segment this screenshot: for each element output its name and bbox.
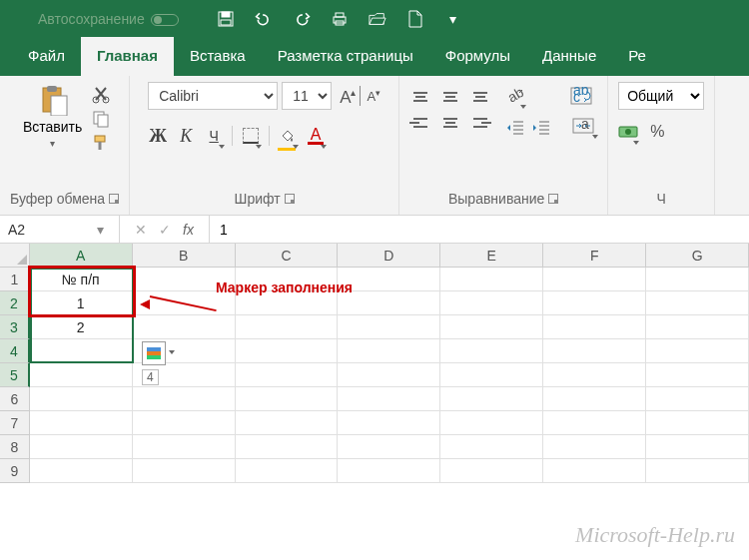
cell[interactable] [236, 339, 339, 363]
row-header[interactable]: 9 [0, 459, 30, 483]
col-header[interactable]: D [338, 244, 440, 268]
enter-icon[interactable]: ✓ [159, 222, 171, 238]
underline-button[interactable]: Ч [204, 126, 224, 146]
orientation-icon[interactable]: ab [505, 86, 525, 106]
clipboard-launcher[interactable] [109, 194, 119, 204]
col-header[interactable]: B [133, 244, 236, 268]
qat-customize-icon[interactable]: ▾ [444, 10, 462, 28]
quick-print-icon[interactable] [331, 10, 349, 28]
cell[interactable] [133, 315, 236, 339]
cell[interactable] [543, 315, 646, 339]
name-box-dropdown-icon[interactable]: ▾ [90, 222, 110, 238]
paste-button[interactable]: Вставить ▾ [19, 82, 86, 151]
row-header[interactable]: 2 [0, 291, 30, 315]
align-center-icon[interactable] [439, 112, 461, 134]
col-header[interactable]: G [646, 244, 749, 268]
font-launcher[interactable] [285, 194, 295, 204]
tab-data[interactable]: Данные [526, 37, 612, 76]
fill-color-button[interactable] [278, 126, 298, 146]
cell[interactable] [543, 291, 646, 315]
font-color-button[interactable]: А [306, 126, 326, 146]
cell[interactable] [133, 459, 236, 483]
decrease-indent-icon[interactable] [505, 118, 525, 138]
align-top-icon[interactable] [409, 86, 431, 108]
row-header[interactable]: 5 [0, 363, 30, 387]
bold-button[interactable]: Ж [148, 126, 168, 146]
col-header[interactable]: A [30, 244, 133, 268]
cell[interactable] [543, 459, 646, 483]
alignment-launcher[interactable] [548, 194, 558, 204]
cell[interactable] [440, 435, 543, 459]
cell[interactable] [30, 363, 133, 387]
number-format-combo[interactable]: Общий [618, 82, 704, 110]
name-box[interactable]: ▾ [0, 216, 120, 243]
decrease-font-icon[interactable]: A▾ [365, 88, 380, 104]
cell[interactable] [543, 387, 646, 411]
cell[interactable] [646, 435, 749, 459]
open-icon[interactable] [369, 10, 386, 28]
format-painter-icon[interactable] [92, 134, 110, 150]
cell[interactable] [440, 387, 543, 411]
tab-review[interactable]: Ре [612, 37, 662, 76]
undo-icon[interactable] [255, 10, 273, 28]
autosave-toggle[interactable] [151, 14, 179, 26]
cell[interactable] [338, 339, 440, 363]
name-box-input[interactable] [0, 222, 90, 238]
cell[interactable] [646, 268, 749, 291]
new-icon[interactable] [406, 10, 424, 28]
cancel-icon[interactable]: ✕ [135, 222, 147, 238]
tab-file[interactable]: Файл [12, 37, 81, 76]
formula-input[interactable] [210, 216, 749, 243]
cell[interactable] [236, 459, 339, 483]
align-bottom-icon[interactable] [469, 86, 491, 108]
cell[interactable] [543, 411, 646, 435]
cell[interactable] [133, 411, 236, 435]
cell[interactable] [133, 435, 236, 459]
tab-home[interactable]: Главная [81, 37, 174, 76]
cell[interactable] [646, 387, 749, 411]
cell[interactable] [338, 315, 440, 339]
cell[interactable] [30, 459, 133, 483]
align-right-icon[interactable] [469, 112, 491, 134]
percent-icon[interactable]: % [650, 123, 664, 141]
cell[interactable] [646, 459, 749, 483]
borders-button[interactable] [241, 126, 261, 146]
fx-icon[interactable]: fx [183, 222, 194, 238]
cell[interactable] [440, 291, 543, 315]
cell[interactable] [646, 291, 749, 315]
tab-formulas[interactable]: Формулы [429, 37, 526, 76]
cell[interactable] [440, 363, 543, 387]
row-header[interactable]: 3 [0, 315, 30, 339]
cell[interactable] [236, 363, 339, 387]
cell[interactable] [236, 315, 339, 339]
col-header[interactable]: F [543, 244, 646, 268]
cut-icon[interactable] [92, 86, 110, 102]
tab-insert[interactable]: Вставка [174, 37, 262, 76]
cell[interactable] [30, 387, 133, 411]
cell[interactable] [30, 411, 133, 435]
merge-center-icon[interactable]: a [569, 116, 597, 136]
cell[interactable]: 1 [30, 291, 133, 315]
row-header[interactable]: 6 [0, 387, 30, 411]
select-all-corner[interactable] [0, 244, 30, 268]
cell[interactable]: № п/п [30, 268, 133, 291]
cell[interactable] [338, 268, 440, 291]
col-header[interactable]: C [236, 244, 339, 268]
cell[interactable] [646, 411, 749, 435]
cell[interactable] [338, 291, 440, 315]
redo-icon[interactable] [293, 10, 311, 28]
cell[interactable] [338, 363, 440, 387]
cell[interactable] [236, 435, 339, 459]
cell[interactable] [236, 411, 339, 435]
cell[interactable] [30, 339, 133, 363]
italic-button[interactable]: К [176, 126, 196, 146]
row-header[interactable]: 7 [0, 411, 30, 435]
cell[interactable] [440, 459, 543, 483]
copy-icon[interactable] [92, 110, 110, 126]
increase-indent-icon[interactable] [531, 118, 551, 138]
cell[interactable] [133, 387, 236, 411]
autofill-options-button[interactable] [142, 341, 166, 365]
cell[interactable] [543, 363, 646, 387]
cell[interactable] [338, 435, 440, 459]
cell[interactable] [440, 268, 543, 291]
